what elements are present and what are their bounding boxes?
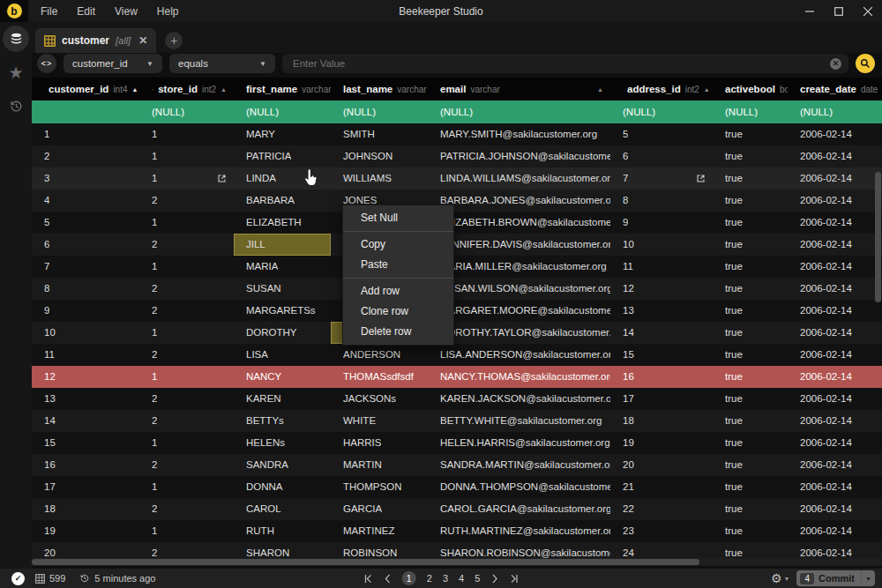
tab-close-icon[interactable]: ✕	[138, 34, 147, 47]
table-cell-create_date[interactable]: 2006-02-14	[788, 344, 882, 366]
context-menu-item-paste[interactable]: Paste	[343, 255, 453, 275]
table-cell-activebool[interactable]: true	[713, 476, 788, 498]
sort-asc-icon[interactable]: ▲	[597, 86, 603, 93]
context-menu-item-delete-row[interactable]: Delete row	[343, 322, 453, 342]
table-cell-create_date[interactable]: 2006-02-14	[788, 167, 882, 190]
table-cell-first_name[interactable]: MARIA	[234, 256, 331, 278]
table-cell-last_name[interactable]: MARTIN	[331, 454, 428, 476]
table-row[interactable]: 21PATRICIAJOHNSONPATRICIA.JOHNSON@sakila…	[32, 145, 882, 167]
table-row[interactable]: 171DONNATHOMPSONDONNA.THOMPSON@sakilacus…	[32, 476, 882, 498]
clear-filter-icon[interactable]: ✕	[830, 58, 841, 70]
table-cell-customer_id[interactable]: 18	[32, 498, 139, 520]
table-cell-address_id[interactable]: 19	[610, 432, 713, 454]
table-row[interactable]: 42BARBARAJONESBARBARA.JONES@sakilacustom…	[32, 190, 882, 212]
table-cell-store_id[interactable]: 2	[139, 300, 234, 322]
table-cell-activebool[interactable]: true	[713, 498, 788, 520]
pending-insert-row[interactable]: (NULL)(NULL)(NULL)(NULL)(NULL)(NULL)(NUL…	[32, 100, 882, 123]
table-cell-address_id[interactable]: 9	[610, 212, 713, 234]
table-row[interactable]: 92MARGARETSsMOORESMARGARET.MOORE@sakilac…	[32, 300, 882, 322]
table-cell-customer_id[interactable]: 12	[32, 366, 139, 388]
table-cell-create_date[interactable]: 2006-02-14	[788, 432, 882, 454]
table-cell-address_id[interactable]: 14	[610, 322, 713, 344]
table-cell-address_id[interactable]: 8	[610, 190, 713, 212]
table-cell-email[interactable]: RUTH.MARTINEZ@sakilacustomer.org	[428, 520, 610, 542]
context-menu-item-clone-row[interactable]: Clone row	[343, 301, 453, 322]
table-row[interactable]: 132KARENJACKSONsKAREN.JACKSON@sakilacust…	[32, 388, 882, 410]
page-button-3[interactable]: 3	[443, 573, 448, 584]
table-cell-activebool[interactable]: true	[713, 366, 788, 388]
table-cell-email[interactable]: BARBARA.JONES@sakilacustomer.org	[428, 190, 610, 212]
table-cell-create_date[interactable]: 2006-02-14	[788, 278, 882, 300]
table-cell-activebool[interactable]: true	[713, 234, 788, 256]
table-cell-customer_id[interactable]: 2	[32, 145, 139, 167]
table-row[interactable]: 11MARYSMITHMARY.SMITH@sakilacustomer.org…	[32, 123, 882, 145]
table-cell-last_name[interactable]: MARTINEZ	[331, 520, 428, 542]
table-cell-customer_id[interactable]: 16	[32, 454, 139, 476]
table-cell-customer_id[interactable]: 17	[32, 476, 139, 498]
table-cell-store_id[interactable]: 2	[139, 410, 234, 432]
column-header-email[interactable]: emailvarchar▲	[428, 78, 610, 100]
table-cell-store_id[interactable]: 1	[139, 476, 234, 498]
table-cell-create_date[interactable]: 2006-02-14	[788, 212, 882, 234]
table-cell-first_name[interactable]: ELIZABETH	[234, 212, 331, 234]
table-cell-activebool[interactable]: true	[713, 123, 788, 145]
table-row[interactable]: 101DOROTHYTAYLORDOROTHY.TAYLOR@sakilacus…	[32, 322, 882, 344]
table-cell-address_id[interactable]: 17	[610, 388, 713, 410]
table-cell-first_name[interactable]: LINDA	[234, 167, 331, 190]
table-cell-customer_id[interactable]: 15	[32, 432, 139, 454]
column-header-first_name[interactable]: first_namevarchar▲	[234, 78, 331, 100]
table-cell-store_id[interactable]: 1	[139, 366, 234, 388]
table-cell-first_name[interactable]: DOROTHY	[234, 322, 331, 344]
table-cell-customer_id[interactable]: 7	[32, 256, 139, 278]
table-cell-address_id[interactable]: 22	[610, 498, 713, 520]
table-cell-create_date[interactable]: 2006-02-14	[788, 145, 882, 167]
column-header-store_id[interactable]: store_idint2▲	[139, 78, 234, 100]
apply-filter-button[interactable]	[856, 54, 875, 73]
menu-file[interactable]: File	[41, 5, 57, 18]
table-cell-first_name[interactable]: DONNA	[234, 476, 331, 498]
new-tab-button[interactable]: +	[165, 32, 183, 49]
table-cell-store_id[interactable]: 2	[139, 234, 234, 256]
close-button[interactable]	[853, 0, 882, 22]
table-cell-email[interactable]: SANDRA.MARTIN@sakilacustomer.org	[428, 454, 610, 476]
table-cell-last_name[interactable]: WHITE	[331, 410, 428, 432]
insert-row-cell[interactable]	[32, 100, 139, 123]
table-cell-email[interactable]: CAROL.GARCIA@sakilacustomer.org	[428, 498, 610, 520]
table-row[interactable]: 162SANDRAMARTINSANDRA.MARTIN@sakilacusto…	[32, 454, 882, 476]
table-cell-create_date[interactable]: 2006-02-14	[788, 300, 882, 322]
column-header-activebool[interactable]: activeboolbool▲	[713, 78, 788, 100]
last-page-button[interactable]	[509, 574, 519, 584]
table-row[interactable]: 112LISAANDERSONLISA.ANDERSON@sakilacusto…	[32, 344, 882, 366]
table-cell-activebool[interactable]: true	[713, 344, 788, 366]
filter-value-input[interactable]: Enter Value ✕	[282, 54, 848, 73]
next-page-button[interactable]	[490, 574, 498, 584]
table-cell-activebool[interactable]: true	[713, 212, 788, 234]
table-cell-activebool[interactable]: true	[713, 454, 788, 476]
table-cell-last_name[interactable]: JACKSONs	[331, 388, 428, 410]
table-cell-email[interactable]: HELEN.HARRIS@sakilacustomer.org	[428, 432, 610, 454]
sidebar-item-history[interactable]	[0, 89, 32, 123]
expand-cell-icon[interactable]	[696, 174, 706, 183]
filter-column-select[interactable]: customer_id ▼	[64, 54, 162, 73]
page-button-1[interactable]: 1	[402, 571, 416, 585]
table-cell-create_date[interactable]: 2006-02-14	[788, 454, 882, 476]
horizontal-scrollbar-thumb[interactable]	[32, 559, 699, 565]
menu-edit[interactable]: Edit	[77, 5, 95, 18]
insert-row-cell[interactable]: (NULL)	[788, 100, 882, 123]
column-header-address_id[interactable]: address_idint2▲	[610, 78, 713, 100]
first-page-button[interactable]	[363, 574, 373, 584]
sidebar-item-tables[interactable]	[0, 22, 32, 56]
table-cell-first_name[interactable]: BETTYs	[234, 410, 331, 432]
table-row[interactable]: 71MARIAMILLERMARIA.MILLER@sakilacustomer…	[32, 256, 882, 278]
table-cell-first_name[interactable]: MARGARETSs	[234, 300, 331, 322]
table-cell-activebool[interactable]: true	[713, 167, 788, 190]
table-cell-address_id[interactable]: 16	[610, 366, 713, 388]
sort-asc-icon[interactable]: ▲	[132, 86, 138, 93]
table-cell-activebool[interactable]: true	[713, 256, 788, 278]
menu-view[interactable]: View	[115, 5, 138, 18]
vertical-scrollbar-thumb[interactable]	[875, 172, 881, 302]
table-cell-first_name[interactable]: JILL	[234, 234, 331, 256]
maximize-button[interactable]	[824, 0, 853, 22]
table-cell-first_name[interactable]: SANDRA	[234, 454, 331, 476]
table-cell-customer_id[interactable]: 6	[32, 234, 139, 256]
